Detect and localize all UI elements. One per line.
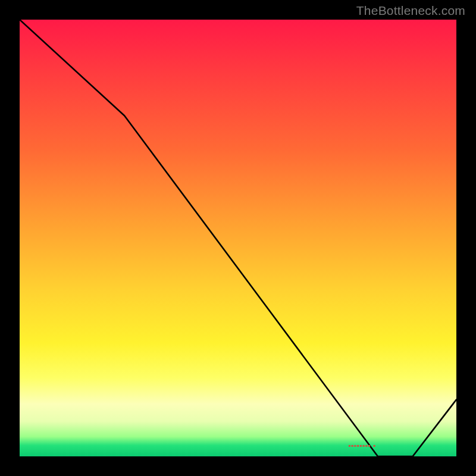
plot-area: ▪▪▪▪▪▪▪▪ ▪ (20, 20, 456, 456)
curve-layer (20, 20, 456, 456)
attribution-label: TheBottleneck.com (356, 4, 465, 18)
chart-frame: TheBottleneck.com ▪▪▪▪▪▪▪▪ ▪ (0, 0, 476, 476)
bottleneck-curve (20, 20, 456, 456)
optimal-marker: ▪▪▪▪▪▪▪▪ ▪ (348, 441, 376, 450)
